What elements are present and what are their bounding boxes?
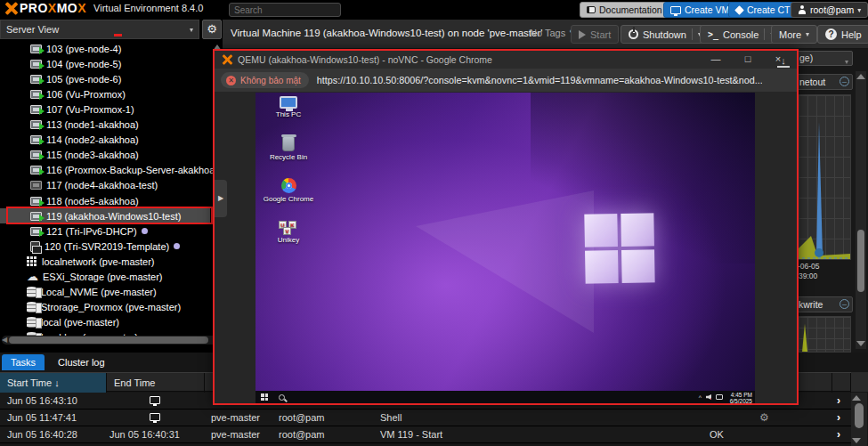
row-expand-chevron-icon[interactable]: › bbox=[837, 426, 840, 443]
tree-item-106[interactable]: 106 (Vu-Proxmox) bbox=[0, 86, 210, 101]
tab-cluster-log[interactable]: Cluster log bbox=[49, 354, 114, 370]
view-selector[interactable]: Server View▾ bbox=[0, 20, 199, 39]
row-expand-chevron-icon[interactable]: › bbox=[837, 410, 840, 426]
help-button[interactable]: ?Help bbox=[817, 25, 868, 44]
desktop-icon-google-chrome[interactable]: Google Chrome bbox=[261, 178, 316, 203]
novnc-control-handle[interactable]: ▶ bbox=[215, 180, 227, 217]
gear-icon[interactable]: ⚙ bbox=[202, 20, 222, 39]
console-button[interactable]: >_Console▾ bbox=[700, 25, 782, 44]
task-node: pve-master bbox=[211, 410, 260, 426]
tree-item-113[interactable]: 113 (node1-akakhoa) bbox=[0, 117, 210, 132]
user-menu-button[interactable]: root@pam▾ bbox=[791, 2, 868, 18]
tray-chevron-icon[interactable]: ^ bbox=[699, 394, 702, 401]
person-icon bbox=[798, 5, 807, 14]
sidebar: Server View▾ ⚙ 103 (pve-node-4)104 (pve-… bbox=[0, 20, 223, 353]
tasks-scrollbar[interactable] bbox=[851, 393, 867, 446]
tree-item-strorage_proxmox[interactable]: Strorage_Proxmox (pve-master) bbox=[0, 299, 210, 314]
vm-running-icon bbox=[30, 212, 42, 221]
scrollbar-thumb[interactable] bbox=[857, 230, 864, 292]
tree-item-107[interactable]: 107 (Vu-Proxmox-1) bbox=[0, 101, 210, 117]
vm-template-icon bbox=[30, 241, 40, 252]
tree-item-117[interactable]: 117 (node4-akakhoa-test) bbox=[0, 177, 210, 192]
column-header-end-time[interactable]: End Time bbox=[107, 373, 205, 393]
tree-item-104[interactable]: 104 (pve-node-5) bbox=[0, 56, 210, 71]
tree-item-103[interactable]: 103 (pve-node-4) bbox=[0, 41, 210, 56]
proxmox-x-icon bbox=[4, 2, 18, 15]
desktop-icon-recycle-bin[interactable]: Recycle Bin bbox=[261, 136, 316, 161]
scroll-up-arrow-icon[interactable] bbox=[852, 395, 861, 401]
vm-stopped-icon bbox=[30, 181, 42, 190]
shutdown-button[interactable]: Shutdown▾ bbox=[621, 25, 710, 44]
url-text[interactable]: https://10.10.10.50:8006/?console=kvm&no… bbox=[317, 75, 762, 85]
speaker-muted-icon[interactable] bbox=[706, 394, 711, 400]
circle-minus-icon[interactable]: – bbox=[840, 299, 849, 309]
minimize-button[interactable]: — bbox=[702, 51, 729, 69]
red-annotation-tick bbox=[114, 34, 122, 36]
task-row[interactable]: Jun 05 16:40:28Jun 05 16:40:31pve-master… bbox=[0, 426, 851, 443]
scroll-left-icon[interactable]: ◀ bbox=[2, 337, 7, 344]
create-vm-button[interactable]: Create VM bbox=[663, 2, 736, 18]
tree-item-116[interactable]: 116 (Proxmox-Backup-Server-akakhoa) bbox=[0, 162, 210, 177]
desktop-icon-this-pc[interactable]: This PC bbox=[261, 96, 316, 118]
horizontal-scrollbar[interactable]: ◀ ▶ bbox=[2, 336, 221, 345]
row-expand-chevron-icon[interactable]: › bbox=[837, 393, 840, 410]
circle-minus-icon[interactable]: – bbox=[840, 77, 849, 86]
console-monitor-icon bbox=[150, 413, 160, 421]
novnc-console-window: QEMU (akakhoa-Windows10-test) - noVNC - … bbox=[213, 49, 799, 405]
network-icon[interactable] bbox=[716, 394, 723, 400]
network-grid-icon bbox=[27, 256, 29, 259]
maximize-button[interactable]: □ bbox=[734, 51, 761, 69]
vm-running-icon bbox=[30, 197, 42, 206]
storage-icon bbox=[27, 302, 37, 312]
tree-item-121[interactable]: 121 (Tri-IPv6-DHCP) bbox=[0, 223, 210, 239]
windows-desktop[interactable]: This PCRecycle BinGoogle ChromeUKVUnikey… bbox=[256, 93, 755, 403]
tree-item-118[interactable]: 118 (node5-akakhoa) bbox=[0, 193, 210, 208]
netout-spike bbox=[816, 122, 823, 255]
window-title: QEMU (akakhoa-Windows10-test) - noVNC - … bbox=[238, 54, 492, 65]
tree-item-115[interactable]: 115 (node3-akakhoa) bbox=[0, 147, 210, 162]
scroll-down-arrow-icon[interactable] bbox=[856, 341, 865, 346]
tree-item-localnetwork[interactable]: localnetwork (pve-master) bbox=[0, 254, 210, 269]
search-input[interactable] bbox=[229, 3, 341, 17]
vm-running-icon bbox=[30, 166, 42, 174]
book-icon bbox=[587, 6, 596, 13]
tree-item-105[interactable]: 105 (pve-node-6) bbox=[0, 71, 210, 86]
windows-taskbar[interactable]: ^ 4:45 PM 6/5/2025 bbox=[256, 391, 755, 403]
system-tray[interactable]: ^ bbox=[699, 391, 723, 403]
column-header-start-time[interactable]: Start Time ↓ bbox=[0, 373, 107, 393]
tree-item-120[interactable]: 120 (Tri-SVR2019-Template) bbox=[0, 239, 210, 254]
download-icon[interactable]: ↓ bbox=[777, 55, 790, 68]
tree-item-114[interactable]: 114 (node2-akakhoa) bbox=[0, 132, 210, 147]
tree-item-local[interactable]: local (pve-master) bbox=[0, 314, 210, 329]
tree-item-119[interactable]: 119 (akakhoa-Windows10-test) bbox=[0, 208, 210, 223]
more-button[interactable]: More▾ bbox=[771, 25, 817, 44]
create-ct-button[interactable]: Create CT bbox=[728, 2, 797, 18]
scrollbar-thumb[interactable] bbox=[855, 403, 864, 428]
security-chip[interactable]: ✕ Không bảo mật bbox=[221, 72, 309, 88]
storage-icon bbox=[27, 287, 37, 297]
start-button[interactable]: Start bbox=[571, 25, 619, 44]
desktop-icon-unikey[interactable]: UKVUnikey bbox=[261, 221, 316, 244]
tree-item-esxi_storage[interactable]: ☁ESXi_Storage (pve-master) bbox=[0, 269, 210, 284]
tree-item-local_nvme[interactable]: Local_NVME (pve-master) bbox=[0, 284, 210, 299]
scroll-up-arrow-icon[interactable] bbox=[856, 74, 865, 79]
scrollbar-thumb[interactable] bbox=[9, 337, 208, 344]
tab-tasks[interactable]: Tasks bbox=[2, 354, 45, 370]
task-row[interactable]: Jun 05 11:47:41pve-masterroot@pamShell⚙› bbox=[0, 410, 851, 426]
proxmox-app-window: PROXMOX Virtual Environment 8.4.0 Docume… bbox=[0, 0, 868, 446]
tag-dot-icon bbox=[174, 243, 180, 249]
summary-scrollbar[interactable] bbox=[856, 71, 866, 349]
address-bar[interactable]: ✕ Không bảo mật https://10.10.10.50:8006… bbox=[215, 69, 797, 92]
vm-running-icon bbox=[30, 90, 42, 99]
documentation-button[interactable]: Documentation bbox=[580, 2, 669, 18]
taskbar-search-icon[interactable] bbox=[279, 394, 285, 401]
taskbar-clock[interactable]: 4:45 PM 6/5/2025 bbox=[730, 391, 752, 403]
vm-toolbar: Virtual Machine 119 (akakhoa-Windows10-t… bbox=[223, 20, 868, 49]
task-start-time: Jun 05 16:43:10 bbox=[7, 393, 77, 410]
storage-icon bbox=[27, 317, 37, 328]
start-menu-icon[interactable] bbox=[261, 393, 268, 401]
chevron-down-icon: ▾ bbox=[857, 6, 861, 14]
vm-running-icon bbox=[30, 45, 42, 53]
scroll-down-arrow-icon[interactable] bbox=[852, 438, 861, 443]
vm-running-icon bbox=[30, 227, 42, 236]
